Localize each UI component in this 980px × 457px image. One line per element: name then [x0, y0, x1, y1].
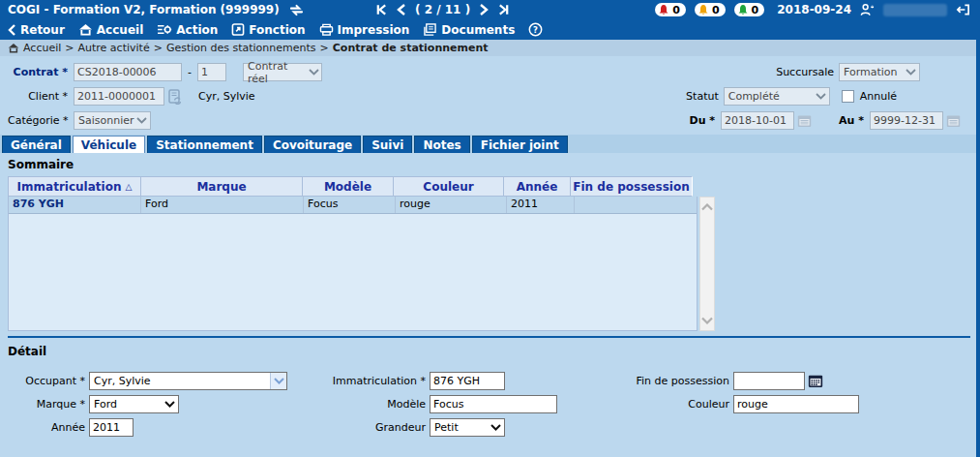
home-icon: [78, 23, 93, 36]
column-header-couleur[interactable]: Couleur: [393, 176, 504, 197]
column-header-label: Immatriculation: [17, 180, 122, 194]
alert-badge-red[interactable]: 0: [655, 3, 686, 16]
couleur-input[interactable]: [733, 395, 859, 413]
cell-modele: Focus: [304, 197, 396, 213]
breadcrumb-autre-activite[interactable]: Autre activité: [78, 42, 150, 54]
fin-possession-calendar-icon[interactable]: [808, 374, 823, 388]
svg-text:?: ?: [533, 25, 538, 35]
breadcrumb: Accueil > Autre activité > Gestion des s…: [0, 40, 980, 56]
table-row[interactable]: 876 YGH Ford Focus rouge 2011: [9, 197, 697, 214]
chevron-down-icon: [270, 373, 286, 389]
chevron-down-icon: [488, 424, 504, 431]
chevron-down-icon: [903, 69, 919, 76]
immatriculation-label: Immatriculation *: [315, 375, 426, 387]
tab-strip: Général Véhicule Stationnement Covoitura…: [0, 135, 980, 153]
alert-badge-amber[interactable]: 0: [695, 3, 726, 16]
home-button[interactable]: Accueil: [78, 23, 143, 37]
du-calendar-icon: [797, 114, 812, 128]
detail-form: Occupant * Cyr, Sylvie Marque * Ford Ann…: [8, 363, 972, 439]
categorie-select: Saisonnier: [74, 111, 151, 130]
back-button[interactable]: Retour: [8, 23, 65, 37]
chevron-down-icon: [134, 117, 150, 124]
previous-record-button[interactable]: [397, 4, 406, 15]
tab-fichier-joint[interactable]: Fichier joint: [472, 136, 568, 153]
succursale-value: Formation: [844, 66, 898, 78]
alert-count-green: 0: [752, 4, 759, 16]
client-number-input: [74, 87, 164, 106]
section-divider: [8, 336, 970, 338]
tab-stationnement[interactable]: Stationnement: [147, 136, 262, 153]
scroll-up-icon[interactable]: [701, 203, 713, 211]
breadcrumb-gestion-stationnements[interactable]: Gestion des stationnements: [166, 42, 316, 54]
next-record-button[interactable]: [479, 4, 489, 15]
statut-select: Complété: [724, 87, 830, 106]
marque-select[interactable]: Ford: [89, 395, 179, 413]
contrat-label: Contrat *: [8, 66, 68, 78]
annee-row: Année: [8, 415, 315, 439]
form-row-3: Catégorie * Saisonnier Du * Au *: [8, 108, 980, 133]
tab-general[interactable]: Général: [2, 136, 71, 153]
annee-input[interactable]: [89, 418, 134, 437]
cell-immatriculation: 876 YGH: [9, 197, 141, 213]
tab-covoiturage[interactable]: Covoiturage: [264, 136, 361, 153]
form-row-2: Client * Cyr, Sylvie Statut Complété Ann…: [8, 84, 980, 108]
documents-button[interactable]: Documents: [423, 23, 515, 37]
breadcrumb-separator: >: [154, 42, 163, 54]
column-header-annee[interactable]: Année: [503, 176, 571, 197]
annule-checkbox[interactable]: [842, 90, 854, 103]
print-label: Impression: [338, 23, 410, 37]
marque-label: Marque *: [8, 398, 85, 411]
title-bar: COGI - Formation V2, Formation (999999) …: [0, 0, 980, 19]
grandeur-select[interactable]: Petit: [430, 418, 505, 437]
modele-label: Modèle: [315, 398, 426, 411]
breadcrumb-accueil[interactable]: Accueil: [23, 42, 61, 54]
column-header-immatriculation[interactable]: Immatriculation △: [8, 176, 141, 197]
home-label: Accueil: [97, 23, 143, 37]
user-icon[interactable]: [860, 3, 875, 16]
scroll-down-icon[interactable]: [701, 317, 713, 324]
tab-suivi[interactable]: Suivi: [363, 136, 412, 153]
detail-col-3: Fin de possession Couleur: [615, 369, 972, 439]
table-scrollbar[interactable]: [699, 197, 715, 331]
fin-possession-label: Fin de possession: [615, 375, 729, 387]
first-record-button[interactable]: [375, 4, 388, 15]
occupant-row: Occupant * Cyr, Sylvie: [8, 369, 315, 392]
column-header-marque[interactable]: Marque: [140, 176, 303, 197]
fin-possession-input[interactable]: [733, 372, 805, 390]
du-label: Du *: [690, 114, 716, 127]
last-record-button[interactable]: [497, 4, 510, 15]
breadcrumb-separator: >: [65, 42, 74, 54]
print-button[interactable]: Impression: [319, 23, 410, 37]
print-icon: [319, 23, 334, 36]
logout-icon[interactable]: [956, 3, 970, 16]
occupant-label: Occupant *: [8, 375, 85, 387]
tab-vehicule[interactable]: Véhicule: [73, 136, 145, 153]
tab-notes[interactable]: Notes: [414, 136, 469, 153]
bell-green-icon: [737, 4, 749, 15]
modele-input[interactable]: [430, 395, 557, 413]
au-date-input: [870, 111, 943, 130]
action-button[interactable]: Action: [157, 23, 218, 37]
column-header-modele[interactable]: Modèle: [302, 176, 394, 197]
column-header-fin-possession[interactable]: Fin de possession: [570, 176, 693, 197]
client-lookup-icon[interactable]: [167, 89, 183, 105]
contrat-number-input: [74, 63, 182, 81]
immatriculation-input[interactable]: [430, 372, 505, 390]
immatriculation-row: Immatriculation *: [315, 369, 615, 392]
chevron-down-icon: [813, 93, 829, 100]
table-header-row: Immatriculation △ Marque Modèle Couleur …: [8, 176, 715, 197]
cell-marque: Ford: [141, 197, 304, 213]
refresh-icon[interactable]: [289, 4, 304, 16]
window-right-edge: [976, 0, 980, 457]
alert-badge-green[interactable]: 0: [734, 3, 765, 16]
chevron-down-icon: [162, 401, 178, 408]
grandeur-row: Grandeur Petit: [315, 415, 615, 439]
breadcrumb-current: Contrat de stationnement: [333, 42, 489, 54]
function-button[interactable]: Fonction: [231, 23, 305, 37]
marque-row: Marque * Ford: [8, 392, 315, 415]
bell-amber-icon: [698, 4, 709, 15]
help-button[interactable]: ?: [528, 22, 543, 37]
occupant-select[interactable]: Cyr, Sylvie: [89, 372, 287, 390]
main-toolbar: Retour Accueil Action Fonction Impressio…: [0, 19, 980, 40]
breadcrumb-separator: >: [320, 42, 329, 54]
